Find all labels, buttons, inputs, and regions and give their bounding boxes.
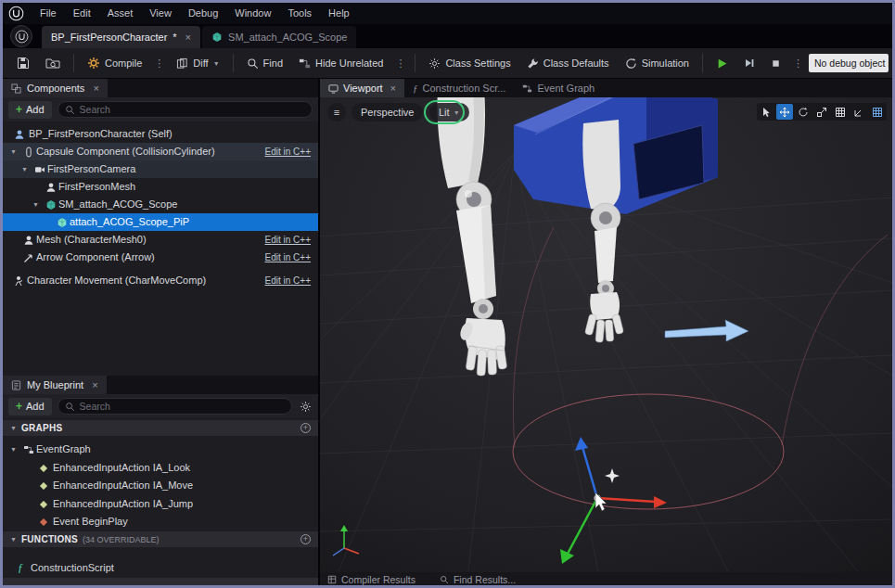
graphs-section-header[interactable]: ▼ GRAPHS + — [3, 420, 318, 436]
input-action-icon — [38, 499, 49, 510]
components-tab[interactable]: Components × — [3, 79, 108, 97]
rotate-tool-icon[interactable] — [795, 104, 812, 120]
compile-options-kebab[interactable]: ⋮ — [151, 58, 167, 70]
tab-sm-attach-acog-scope[interactable]: SM_attach_ACOG_Scope — [202, 26, 356, 48]
expander-icon[interactable]: ▼ — [10, 425, 17, 431]
menu-debug[interactable]: Debug — [180, 3, 226, 24]
static-mesh-icon — [57, 217, 68, 228]
components-search[interactable] — [58, 101, 313, 118]
unreal-home-badge[interactable] — [10, 25, 32, 47]
class-defaults-button[interactable]: Class Defaults — [520, 52, 616, 74]
close-icon[interactable]: × — [390, 83, 396, 94]
camera-icon — [34, 164, 45, 175]
expander-icon[interactable]: ▼ — [32, 196, 39, 213]
find-button[interactable]: Find — [240, 52, 289, 74]
find-label: Find — [263, 58, 283, 69]
hide-unrelated-button[interactable]: Hide Unrelated — [292, 52, 390, 74]
edit-in-cpp-link[interactable]: Edit in C++ — [265, 272, 311, 289]
close-icon[interactable]: × — [185, 32, 191, 43]
tree-row-mesh[interactable]: Mesh (CharacterMesh0) Edit in C++ — [3, 231, 318, 249]
play-options-kebab[interactable]: ⋮ — [790, 58, 806, 70]
edit-in-cpp-link[interactable]: Edit in C++ — [265, 231, 311, 249]
class-settings-button[interactable]: Class Settings — [422, 52, 517, 74]
tree-row-firstpersonmesh[interactable]: FirstPersonMesh — [3, 178, 318, 196]
add-graph-icon[interactable]: + — [300, 423, 311, 433]
move-tool-icon[interactable] — [776, 104, 793, 120]
functions-section-header[interactable]: ▼ FUNCTIONS (34 OVERRIDABLE) + — [3, 531, 318, 547]
expander-icon[interactable]: ▼ — [10, 441, 17, 458]
tab-label: Event Graph — [537, 83, 595, 94]
play-button[interactable] — [710, 52, 735, 74]
monitor-icon — [328, 83, 339, 94]
browse-content-button[interactable] — [39, 52, 67, 74]
tree-row-arrow[interactable]: Arrow Component (Arrow) Edit in C++ — [3, 249, 318, 266]
debug-object-dropdown[interactable]: No debug object sele — [809, 54, 889, 72]
tree-row-character-movement[interactable]: Character Movement (CharMoveComp) Edit i… — [3, 272, 318, 289]
compile-label: Compile — [105, 58, 142, 69]
expander-icon[interactable]: ▼ — [10, 536, 17, 543]
add-blueprint-item-button[interactable]: + Add — [8, 398, 52, 415]
blueprint-row-constructionscript[interactable]: ƒ ConstructionScript — [3, 559, 318, 577]
viewport-canvas[interactable]: ≡ Perspective Lit ▼ — [320, 97, 892, 572]
close-icon[interactable]: × — [92, 379, 97, 390]
gear-icon[interactable] — [298, 399, 313, 414]
tree-row-attach-acog-selected[interactable]: attach_ACOG_Scope_PiP — [3, 213, 318, 231]
arrow-component-icon — [23, 252, 34, 263]
tree-row-label: SM_attach_ACOG_Scope — [58, 196, 177, 213]
tree-row-sm-attach[interactable]: ▼ SM_attach_ACOG_Scope — [3, 196, 318, 213]
hide-unrelated-kebab[interactable]: ⋮ — [392, 58, 408, 70]
my-blueprint-tab[interactable]: My Blueprint × — [3, 376, 107, 394]
menu-asset[interactable]: Asset — [99, 3, 142, 24]
close-icon[interactable]: × — [93, 83, 98, 94]
compile-button[interactable]: Compile — [81, 52, 148, 74]
blueprint-icon — [11, 380, 21, 390]
scale-tool-icon[interactable] — [813, 104, 830, 120]
compiler-results-tab[interactable]: Compiler Results — [327, 574, 416, 585]
perspective-label: Perspective — [361, 107, 414, 118]
tree-row-self[interactable]: BP_FirstPersonCharacter (Self) — [3, 125, 318, 143]
blueprint-row-ia-move[interactable]: EnhancedInputAction IA_Move — [3, 477, 318, 494]
menu-tools[interactable]: Tools — [279, 3, 320, 24]
my-blueprint-search[interactable] — [58, 398, 292, 415]
add-label: Add — [26, 104, 45, 115]
perspective-button[interactable]: Perspective — [352, 103, 423, 121]
camera-grid-icon[interactable] — [869, 104, 886, 120]
lit-mode-button[interactable]: Lit ▼ — [429, 103, 469, 121]
simulation-button[interactable]: Simulation — [619, 52, 696, 74]
edit-in-cpp-link[interactable]: Edit in C++ — [265, 249, 311, 266]
select-tool-icon[interactable] — [758, 104, 774, 120]
menu-edit[interactable]: Edit — [65, 3, 99, 24]
viewport-options-menu-button[interactable]: ≡ — [327, 103, 346, 121]
menu-view[interactable]: View — [141, 3, 180, 24]
blueprint-row-event-beginplay[interactable]: Event BeginPlay — [3, 513, 318, 530]
frame-skip-button[interactable] — [737, 52, 761, 74]
blueprint-row-ia-jump[interactable]: EnhancedInputAction IA_Jump — [3, 495, 318, 513]
blueprint-row-ia-look[interactable]: EnhancedInputAction IA_Look — [3, 459, 318, 477]
find-results-tab[interactable]: Find Results... — [440, 574, 516, 585]
add-function-icon[interactable]: + — [300, 534, 311, 544]
debug-object-label: No debug object sele — [814, 58, 889, 69]
expander-icon[interactable]: ▼ — [10, 143, 17, 160]
tab-label: SM_attach_ACOG_Scope — [228, 32, 347, 43]
menu-file[interactable]: File — [32, 3, 65, 24]
tab-event-graph[interactable]: Event Graph — [514, 79, 603, 97]
add-component-button[interactable]: + Add — [8, 101, 52, 119]
menu-help[interactable]: Help — [320, 3, 358, 24]
rotation-snap-icon[interactable] — [850, 104, 867, 120]
save-button[interactable] — [10, 52, 36, 74]
grid-snap-icon[interactable] — [832, 104, 849, 120]
components-search-input[interactable] — [80, 104, 305, 115]
diff-button[interactable]: Diff ▼ — [170, 52, 225, 74]
edit-in-cpp-link[interactable]: Edit in C++ — [265, 143, 311, 160]
tab-viewport[interactable]: Viewport × — [320, 79, 404, 97]
stop-button[interactable] — [764, 52, 787, 74]
tree-row-capsule[interactable]: ▼ Capsule Component (CollisionCylinder) … — [3, 143, 318, 160]
expander-icon[interactable]: ▼ — [21, 160, 28, 178]
blueprint-row-eventgraph[interactable]: ▼ EventGraph — [3, 441, 318, 458]
tree-row-camera[interactable]: ▼ FirstPersonCamera — [3, 160, 318, 178]
my-blueprint-search-input[interactable] — [80, 401, 285, 412]
tab-bp-firstpersoncharacter[interactable]: BP_FirstPersonCharacter* × — [42, 26, 200, 48]
simulation-label: Simulation — [642, 58, 689, 69]
menu-window[interactable]: Window — [226, 3, 279, 24]
tab-construction-script[interactable]: ƒ Construction Scr... — [404, 79, 514, 97]
